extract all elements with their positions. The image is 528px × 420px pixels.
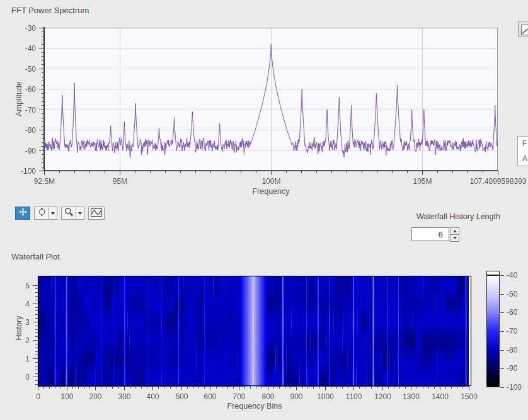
waterfall-graph-title: Waterfall Plot — [11, 252, 60, 261]
decrement-button[interactable] — [450, 234, 459, 242]
waterfall-y-tick-label: 2 — [25, 336, 30, 345]
cursor-readout-line1: F — [522, 139, 527, 148]
plot-style-button[interactable] — [88, 207, 105, 220]
colorbar-tick-label: -60 — [507, 308, 517, 317]
pan-tool-button[interactable] — [34, 207, 49, 220]
waterfall-history-length-input[interactable]: 6 — [411, 227, 449, 241]
crosshair-icon — [18, 207, 28, 219]
cursor-readout-panel: F A — [517, 136, 528, 166]
colorbar-tick-mark — [500, 294, 504, 295]
cursor-tool-button[interactable] — [15, 207, 30, 220]
zoom-tool-dropdown[interactable] — [76, 207, 84, 220]
waterfall-y-tick-label: 3 — [25, 318, 30, 327]
waterfall-y-tick-label: 4 — [25, 300, 30, 309]
fft-y-axis-label: Amplitude — [14, 81, 23, 116]
colorbar — [486, 275, 500, 387]
waterfall-y-tick-label: 0 — [25, 373, 30, 382]
waveform-icon — [91, 208, 102, 219]
colorbar-tick-label: -90 — [507, 364, 517, 373]
waterfall-y-axis-label: History — [14, 316, 23, 341]
plot-legend-line-icon — [521, 25, 528, 35]
colorbar-tick-mark — [500, 368, 504, 369]
waterfall-x-axis-label: Frequency Bins — [227, 402, 282, 411]
colorbar-tick-label: -100 — [507, 383, 522, 392]
chevron-down-icon — [51, 212, 55, 215]
waterfall-history-length-label: Waterfall History Length — [416, 212, 500, 221]
zoom-tool-button[interactable] — [61, 207, 76, 220]
colorbar-tick-mark — [500, 275, 504, 276]
cursor-readout-line2: A — [522, 154, 527, 163]
fft-x-axis-label: Frequency — [252, 187, 289, 196]
up-arrow-icon — [453, 230, 457, 232]
colorbar-tick-label: -50 — [507, 290, 517, 298]
fft-graph-title: FFT Power Spectrum — [11, 6, 89, 15]
colorbar-tick-label: -40 — [507, 271, 517, 280]
colorbar-tick-label: -70 — [507, 327, 517, 336]
chevron-down-icon — [78, 212, 82, 215]
down-arrow-icon — [453, 237, 457, 239]
waterfall-history-length-value: 6 — [439, 230, 443, 239]
waterfall-y-tick-label: 5 — [25, 281, 30, 290]
plot-legend[interactable] — [518, 21, 528, 37]
graph-palette — [15, 207, 105, 220]
colorbar-tick-mark — [500, 387, 504, 388]
fft-plot-canvas[interactable] — [32, 21, 504, 184]
app-window: { "window": { "bg_color": "#eaeaea" }, "… — [0, 0, 528, 420]
colorbar-tick-mark — [500, 312, 504, 313]
pan-icon — [37, 207, 47, 219]
colorbar-tick-mark — [500, 331, 504, 332]
colorbar-tick-mark — [500, 350, 504, 351]
pan-tool-dropdown[interactable] — [49, 207, 57, 220]
magnifier-icon — [64, 207, 74, 219]
colorbar-out-of-range-box — [486, 271, 500, 275]
waterfall-plot-canvas[interactable] — [30, 271, 479, 397]
colorbar-tick-label: -80 — [507, 346, 517, 355]
waterfall-y-tick-label: 1 — [25, 355, 30, 363]
